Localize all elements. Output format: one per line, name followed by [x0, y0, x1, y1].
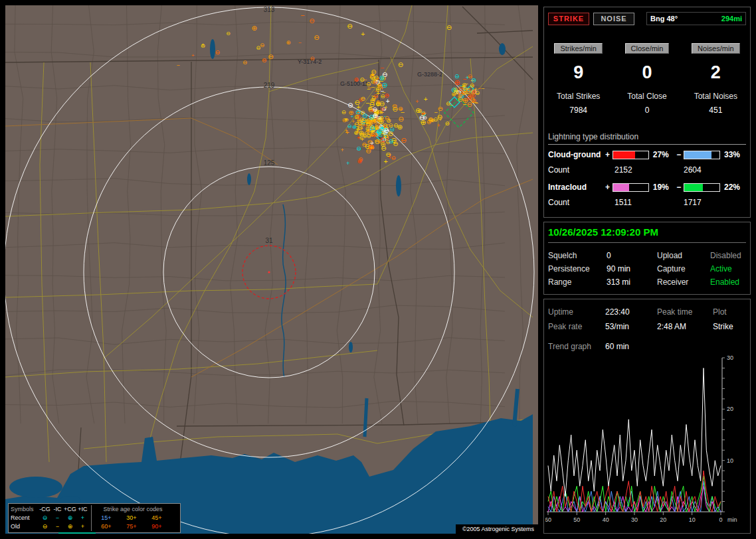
svg-text:30: 30	[727, 355, 733, 361]
dist-bar-pos-fill-0	[613, 151, 635, 159]
svg-text:+: +	[346, 159, 350, 167]
plot-label: Plot	[713, 307, 727, 317]
svg-text:−: −	[474, 99, 478, 106]
uptime-label: Uptime	[548, 307, 605, 317]
svg-text:⊖: ⊖	[347, 102, 353, 109]
svg-text:+: +	[358, 121, 361, 128]
trend-series-lines	[548, 368, 721, 512]
cg-positive-bar	[613, 151, 648, 159]
copyright-label: ©2005 Astrogenic Systems	[456, 524, 538, 534]
svg-text:⊖: ⊖	[359, 76, 365, 83]
ring-label-31: 31	[265, 237, 273, 244]
svg-text:⊖: ⊖	[398, 115, 404, 123]
total-strikes-value: 7984	[544, 106, 613, 115]
trend-panel: Uptime 223:40 Peak time Plot Peak rate 5…	[543, 299, 751, 534]
strikes-per-min-button[interactable]: Strikes/min	[554, 43, 602, 54]
svg-text:⊖: ⊖	[360, 95, 365, 102]
range-label: Range	[548, 277, 607, 287]
stats-row: Peak rate 53/min 2:48 AM Strike	[548, 319, 746, 334]
peak-rate-value: 53/min	[605, 322, 657, 331]
map-canvas: 313 219 125 31 Y-3174-2G-5100-11G-3288-2…	[5, 5, 538, 534]
trend-header-row: Trend graph 60 min	[548, 339, 746, 354]
svg-text:+: +	[466, 74, 470, 81]
cloud-ground-label: Cloud-ground	[548, 150, 604, 159]
svg-text:0: 0	[719, 516, 722, 523]
svg-text:−: −	[378, 131, 381, 138]
peak-time-label: Peak time	[657, 307, 713, 317]
svg-text:+: +	[376, 90, 380, 97]
noise-button[interactable]: NOISE	[593, 13, 634, 25]
total-close-label: Total Close	[613, 92, 681, 101]
intracloud-row: Intracloud + 19% − 22%	[548, 179, 746, 195]
trend-graph-value: 60 min	[605, 342, 657, 351]
negative-sign: −	[675, 183, 683, 192]
svg-text:⊖: ⊖	[398, 61, 403, 68]
status-value-2: Enabled	[710, 277, 746, 287]
svg-text:⊕: ⊕	[357, 158, 362, 165]
svg-text:G-3288-2: G-3288-2	[417, 71, 442, 78]
svg-text:⊕: ⊕	[344, 117, 349, 123]
ic-negative-bar	[684, 183, 719, 192]
status-value-1: Active	[710, 264, 746, 273]
lightning-map[interactable]: 313 219 125 31 Y-3174-2G-5100-11G-3288-2…	[5, 5, 538, 534]
dist-bar-pos-fill-1	[613, 184, 629, 191]
range-value: 313 mi	[607, 277, 657, 287]
svg-text:⊖: ⊖	[309, 17, 315, 25]
svg-text:⊕: ⊕	[359, 129, 365, 137]
svg-text:⊕: ⊕	[397, 123, 403, 131]
svg-text:⊖: ⊖	[385, 151, 391, 158]
total-strikes-label: Total Strikes	[544, 92, 613, 101]
receiver-label: Receiver	[657, 277, 710, 287]
svg-text:−: −	[355, 99, 359, 106]
ring-label-219: 219	[264, 82, 275, 89]
status-row: Range 313 mi Receiver Enabled	[548, 275, 746, 289]
svg-text:⊖: ⊖	[428, 116, 434, 123]
svg-text:⊕: ⊕	[421, 118, 426, 126]
strike-button[interactable]: STRIKE	[548, 13, 589, 25]
strike-stats-panel: STRIKE NOISE Bng 48° 294mi Strikes/min 9…	[543, 7, 751, 218]
close-per-min-button[interactable]: Close/min	[625, 43, 670, 54]
svg-text:30: 30	[631, 516, 638, 523]
svg-text:⊕: ⊕	[451, 91, 456, 98]
svg-text:−: −	[478, 85, 481, 92]
svg-text:+: +	[191, 52, 195, 58]
svg-text:⊕: ⊕	[379, 74, 385, 82]
uptime-value: 223:40	[605, 307, 657, 317]
svg-text:⊖: ⊖	[377, 82, 382, 90]
svg-text:⊕: ⊕	[369, 131, 374, 138]
svg-text:⊖: ⊖	[341, 109, 346, 116]
svg-text:⊖: ⊖	[388, 130, 394, 137]
cloud-ground-row: Cloud-ground + 27% − 33%	[548, 147, 746, 163]
svg-text:⊖: ⊖	[472, 88, 476, 95]
count-label: Count	[548, 165, 614, 175]
svg-text:+: +	[424, 96, 428, 103]
dist-bar-neg-fill-0	[684, 151, 711, 159]
noises-per-min-button[interactable]: Noises/min	[692, 43, 739, 54]
svg-text:⊖: ⊖	[262, 56, 267, 64]
ring-label-313: 313	[264, 6, 275, 13]
system-status-panel: 10/26/2025 12:09:20 PM Squelch 0 Upload …	[543, 222, 751, 295]
svg-text:+: +	[385, 125, 388, 132]
dist-bar-neg-fill-1	[684, 184, 702, 191]
positive-sign: +	[604, 150, 612, 159]
svg-text:⊕: ⊕	[348, 109, 353, 116]
svg-text:⊖: ⊖	[268, 52, 274, 60]
ic-negative-pct: 22%	[721, 183, 746, 192]
svg-text:min: min	[727, 516, 737, 523]
noises-column: Noises/min 2 Total Noises 451	[682, 42, 750, 115]
svg-text:−: −	[369, 74, 373, 80]
upload-label: Upload	[657, 251, 710, 260]
squelch-value: 0	[607, 251, 657, 260]
svg-text:⊖: ⊖	[215, 49, 221, 56]
cg-negative-pct: 33%	[721, 150, 746, 159]
svg-text:⊖: ⊖	[384, 115, 389, 121]
cg-positive-count: 2152	[614, 165, 684, 175]
strike-legend: Symbols-CG-IC+CG+ICStrike age color code…	[8, 503, 181, 533]
svg-text:−: −	[300, 11, 304, 19]
svg-text:10: 10	[689, 516, 696, 523]
lightning-detector-app: 313 219 125 31 Y-3174-2G-5100-11G-3288-2…	[0, 0, 756, 539]
peak-rate-label: Peak rate	[548, 322, 605, 331]
svg-text:⊖: ⊖	[314, 33, 320, 41]
svg-text:+: +	[380, 108, 384, 116]
datetime-display: 10/26/2025 12:09:20 PM	[548, 226, 746, 243]
